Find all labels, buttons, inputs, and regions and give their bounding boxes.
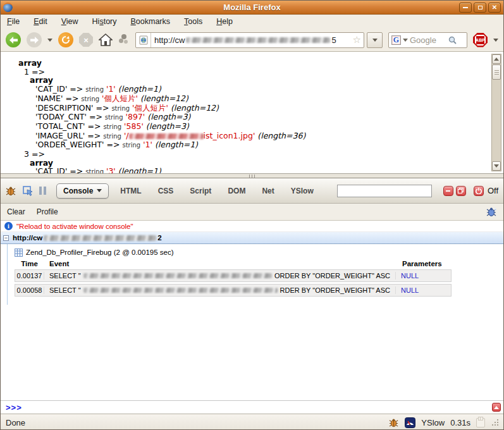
console-group-row[interactable]: − http://cw2 — [1, 232, 503, 244]
tab-label: Console — [63, 187, 93, 195]
command-prompt[interactable]: >>> — [6, 403, 22, 412]
maximize-button[interactable] — [474, 3, 486, 13]
tab-yslow[interactable]: YSlow — [286, 184, 319, 198]
vardump-line: 'TOTAL_CNT' => string '585' (length=3) — [1, 122, 503, 132]
tab-label: YSlow — [291, 187, 314, 195]
command-expand-button[interactable] — [492, 403, 501, 412]
adblock-plus-icon[interactable]: ABP — [473, 33, 488, 47]
menu-help[interactable]: Help — [216, 17, 233, 26]
firebug-splitter[interactable] — [1, 173, 503, 178]
back-button[interactable] — [6, 32, 21, 47]
adblock-chevron-icon[interactable] — [493, 39, 498, 42]
console-body: i "Reload to activate window console" − … — [1, 221, 503, 400]
vardump-line: array — [1, 159, 503, 168]
close-button[interactable]: ✕ — [488, 3, 501, 13]
pause-icon[interactable] — [39, 187, 46, 195]
collapse-icon[interactable]: − — [3, 235, 9, 241]
clipboard-icon[interactable] — [476, 418, 485, 427]
menu-history[interactable]: History — [92, 17, 117, 26]
search-box[interactable]: G — [388, 32, 467, 48]
vardump-line: array — [1, 59, 503, 68]
cell-parameters: NULL — [396, 272, 419, 280]
menu-file[interactable]: File — [7, 17, 20, 26]
menu-bookmarks[interactable]: Bookmarks — [131, 17, 171, 26]
profiler-title-row[interactable]: Zend_Db_Profiler_Firebug (2 @ 0.00195 se… — [15, 247, 503, 258]
tab-script[interactable]: Script — [185, 184, 216, 198]
menu-view[interactable]: View — [61, 17, 78, 26]
google-engine-icon[interactable]: G — [391, 35, 401, 45]
tab-dom[interactable]: DOM — [223, 184, 250, 198]
tab-html[interactable]: HTML — [115, 184, 146, 198]
cell-event: SELECT "RDER BY "ORDER_WEIGHT" ASC — [44, 286, 396, 294]
vardump-line: array — [1, 76, 503, 85]
table-row[interactable]: 0.00058SELECT "RDER BY "ORDER_WEIGHT" AS… — [15, 284, 452, 297]
firebug-detach-button[interactable] — [456, 186, 466, 196]
tab-net[interactable]: Net — [257, 184, 279, 198]
vardump-line: 'CAT_ID' => string '1' (length=1) — [1, 85, 503, 94]
inspect-icon[interactable] — [23, 186, 33, 196]
tab-label: Net — [262, 187, 274, 195]
vardump-line: 'DESCRIPTION' => string '個人短片' (length=1… — [1, 104, 503, 113]
vardump-line: 1 => — [1, 68, 503, 77]
scroll-up-button[interactable] — [492, 54, 501, 64]
console-info-message: "Reload to activate window console" — [16, 223, 133, 230]
redacted-text — [83, 288, 278, 293]
keyring-icon[interactable] — [118, 34, 130, 46]
command-line[interactable]: >>> — [1, 400, 503, 414]
firebug-blue-icon[interactable] — [486, 207, 497, 217]
vardump-line: 'CAT_ID' => string '3' (length=1) — [1, 167, 503, 173]
info-icon: i — [4, 222, 13, 230]
console-group-body: Zend_Db_Profiler_Firebug (2 @ 0.00195 se… — [7, 244, 503, 305]
redacted-text — [44, 235, 156, 241]
firebug-off-label[interactable]: Off — [488, 186, 498, 195]
profiler-header: TimeEventParameters — [15, 258, 452, 269]
home-button[interactable] — [99, 34, 113, 46]
titlebar: Mozilla Firefox ✕ — [1, 1, 503, 15]
firebug-statusbar-icon[interactable] — [389, 418, 399, 427]
redacted-text — [129, 133, 204, 139]
profiler-rows: 0.00137SELECT "ORDER BY "ORDER_WEIGHT" A… — [15, 269, 503, 297]
tab-label: HTML — [120, 187, 141, 195]
url-bar[interactable]: http://cw5 ☆ — [135, 32, 364, 48]
yslow-load-time: 0.31s — [450, 418, 470, 427]
firebug-tabbar: ConsoleHTMLCSSScriptDOMNetYSlow Off — [1, 178, 503, 204]
search-input[interactable] — [410, 35, 446, 45]
firebug-off-button[interactable] — [474, 186, 484, 196]
url-text[interactable]: http://cw5 — [151, 35, 350, 45]
scroll-down-button[interactable] — [492, 161, 501, 171]
vardump: array1 =>array'CAT_ID' => string '1' (le… — [1, 52, 503, 173]
group-url: http://cw2 — [13, 234, 162, 242]
yslow-label[interactable]: YSlow — [421, 418, 445, 427]
clear-button[interactable]: Clear — [7, 207, 25, 216]
firebug-tabs: ConsoleHTMLCSSScriptDOMNetYSlow — [56, 183, 319, 199]
back-history-chevron-icon[interactable] — [47, 39, 52, 42]
forward-button[interactable] — [27, 32, 42, 47]
chevron-down-icon — [97, 189, 102, 192]
tab-console[interactable]: Console — [56, 183, 109, 199]
vardump-line: 'IMAGE_URL' => string '/ist_icon1.jpg' (… — [1, 132, 503, 141]
firebug-search-input[interactable] — [341, 187, 431, 195]
cell-time: 0.00137 — [15, 272, 44, 280]
stop-button[interactable]: × — [79, 33, 93, 47]
url-dropdown-button[interactable] — [367, 32, 383, 48]
firebug-minimize-button[interactable] — [443, 186, 453, 196]
profile-button[interactable]: Profile — [37, 207, 58, 216]
table-row[interactable]: 0.00137SELECT "ORDER BY "ORDER_WEIGHT" A… — [15, 269, 452, 282]
search-engine-chevron-icon[interactable] — [403, 39, 408, 42]
yslow-icon[interactable] — [405, 417, 415, 428]
scrollbar-thumb[interactable] — [492, 64, 501, 80]
cell-parameters: NULL — [396, 286, 419, 294]
tab-css[interactable]: CSS — [153, 184, 179, 198]
firebug-icon[interactable] — [6, 186, 16, 196]
menu-tools[interactable]: Tools — [184, 17, 202, 26]
resize-grip[interactable] — [491, 418, 500, 427]
window-title: Mozilla Firefox — [1, 3, 503, 12]
minimize-button[interactable] — [459, 3, 472, 13]
search-magnifier-icon[interactable] — [448, 36, 457, 44]
column-header-event: Event — [44, 260, 397, 267]
reload-button[interactable] — [58, 32, 73, 47]
menu-edit[interactable]: Edit — [34, 17, 47, 26]
vertical-scrollbar[interactable] — [491, 54, 501, 171]
firebug-search[interactable] — [337, 185, 432, 197]
bookmark-star-icon[interactable]: ☆ — [353, 34, 361, 46]
